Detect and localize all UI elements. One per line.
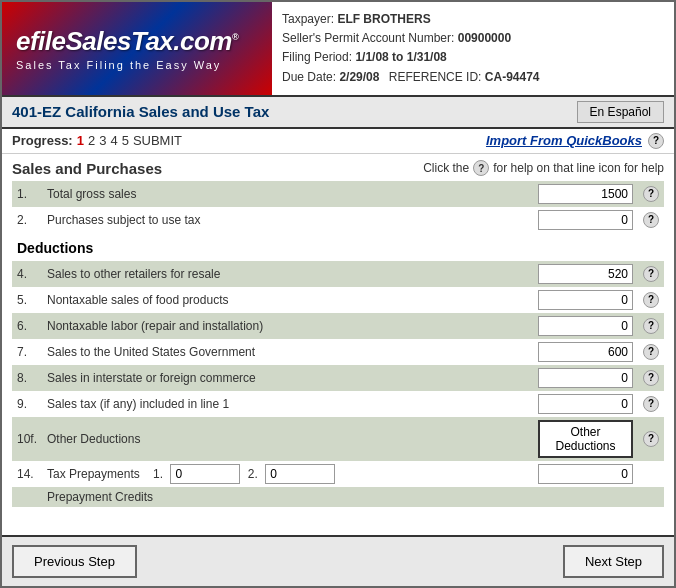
nontaxable-labor-input[interactable]: [538, 316, 633, 336]
row-4-help: ?: [638, 261, 664, 287]
row-6-help-icon[interactable]: ?: [643, 318, 659, 334]
form-table: 1. Total gross sales ? 2. Purchases subj…: [12, 181, 664, 507]
filing-line: Filing Period: 1/1/08 to 1/31/08: [282, 48, 664, 67]
row-9-label: Sales tax (if any) included in line 1: [42, 391, 533, 417]
row-10f-help-icon[interactable]: ?: [643, 431, 659, 447]
row-14-num: 14.: [12, 461, 42, 487]
nontaxable-food-input[interactable]: [538, 290, 633, 310]
table-row: 10f. Other Deductions Other Deductions ?: [12, 417, 664, 461]
progress-left: Progress: 1 2 3 4 5 SUBMIT: [12, 133, 182, 148]
row-5-num: 5.: [12, 287, 42, 313]
row-7-help-icon[interactable]: ?: [643, 344, 659, 360]
row-14-label: Tax Prepayments 1. 2.: [42, 461, 533, 487]
logo-sub: Sales Tax Filing the Easy Way: [16, 59, 258, 71]
sales-interstate-input[interactable]: [538, 368, 633, 388]
row-9-input-cell: [533, 391, 638, 417]
row-8-help: ?: [638, 365, 664, 391]
sales-title: Sales and Purchases: [12, 160, 162, 177]
taxpayer-info: Taxpayer: ELF BROTHERS Seller's Permit A…: [272, 2, 674, 95]
page-title: 401-EZ California Sales and Use Tax: [12, 103, 269, 120]
logo-area: efileSalesTax.com® Sales Tax Filing the …: [2, 2, 272, 95]
sub1-label: 1.: [153, 467, 163, 481]
row-10f-btn-cell: Other Deductions: [533, 417, 638, 461]
row-6-label: Nontaxable labor (repair and installatio…: [42, 313, 533, 339]
table-row: 9. Sales tax (if any) included in line 1…: [12, 391, 664, 417]
progress-label: Progress:: [12, 133, 73, 148]
table-row: 14. Tax Prepayments 1. 2.: [12, 461, 664, 487]
row-2-input-cell: [533, 207, 638, 233]
row-9-help-icon[interactable]: ?: [643, 396, 659, 412]
tax-prepay-2-input[interactable]: [265, 464, 335, 484]
ref-label: REFERENCE ID:: [389, 70, 482, 84]
row-4-input-cell: [533, 261, 638, 287]
row-14-total-cell: [533, 461, 638, 487]
row-6-input-cell: [533, 313, 638, 339]
row-8-num: 8.: [12, 365, 42, 391]
table-row: 5. Nontaxable sales of food products ?: [12, 287, 664, 313]
row-1-input-cell: [533, 181, 638, 207]
row-10f-num: 10f.: [12, 417, 42, 461]
row-2-label: Purchases subject to use tax: [42, 207, 533, 233]
tax-prepayments-text: Tax Prepayments: [47, 467, 140, 481]
table-row: 6. Nontaxable labor (repair and installa…: [12, 313, 664, 339]
deductions-header-cell: Deductions: [12, 233, 664, 261]
row-5-help-icon[interactable]: ?: [643, 292, 659, 308]
row-1-help: ?: [638, 181, 664, 207]
sales-us-govt-input[interactable]: [538, 342, 633, 362]
sales-section-header: Sales and Purchases Click the ? for help…: [12, 160, 664, 177]
row-4-label: Sales to other retailers for resale: [42, 261, 533, 287]
tax-prepay-1-input[interactable]: [170, 464, 240, 484]
ref-id: CA-94474: [485, 70, 540, 84]
main-container: efileSalesTax.com® Sales Tax Filing the …: [0, 0, 676, 588]
prepay-credits-label: Prepayment Credits: [42, 487, 664, 507]
progress-right: Import From QuickBooks ?: [486, 133, 664, 149]
deductions-header-row: Deductions: [12, 233, 664, 261]
row-4-num: 4.: [12, 261, 42, 287]
row-1-num: 1.: [12, 181, 42, 207]
row-4-help-icon[interactable]: ?: [643, 266, 659, 282]
previous-step-button[interactable]: Previous Step: [12, 545, 137, 578]
progress-bar: Progress: 1 2 3 4 5 SUBMIT Import From Q…: [2, 129, 674, 154]
filing-period: 1/1/08 to 1/31/08: [355, 50, 446, 64]
tax-prepay-total-input[interactable]: [538, 464, 633, 484]
other-deductions-button[interactable]: Other Deductions: [538, 420, 633, 458]
row-2-help-icon[interactable]: ?: [643, 212, 659, 228]
row-9-help: ?: [638, 391, 664, 417]
en-espanol-button[interactable]: En Español: [577, 101, 664, 123]
table-row: 8. Sales in interstate or foreign commer…: [12, 365, 664, 391]
purchases-subject-input[interactable]: [538, 210, 633, 230]
step-5[interactable]: 5: [122, 133, 129, 148]
step-submit[interactable]: SUBMIT: [133, 133, 182, 148]
help-icon-inline[interactable]: ?: [473, 160, 489, 176]
help-note-text2: for help on that line icon for help: [493, 161, 664, 175]
row-14-help: [638, 461, 664, 487]
due-label: Due Date:: [282, 70, 336, 84]
due-date: 2/29/08: [339, 70, 379, 84]
row-8-help-icon[interactable]: ?: [643, 370, 659, 386]
header: efileSalesTax.com® Sales Tax Filing the …: [2, 2, 674, 97]
help-note-text1: Click the: [423, 161, 469, 175]
import-quickbooks-link[interactable]: Import From QuickBooks: [486, 133, 642, 148]
row-1-label: Total gross sales: [42, 181, 533, 207]
row-1-help-icon[interactable]: ?: [643, 186, 659, 202]
step-1[interactable]: 1: [77, 133, 84, 148]
next-step-button[interactable]: Next Step: [563, 545, 664, 578]
taxpayer-label: Taxpayer:: [282, 12, 334, 26]
table-row: 4. Sales to other retailers for resale ?: [12, 261, 664, 287]
row-6-help: ?: [638, 313, 664, 339]
taxpayer-name: ELF BROTHERS: [337, 12, 430, 26]
step-3[interactable]: 3: [99, 133, 106, 148]
step-4[interactable]: 4: [110, 133, 117, 148]
help-icon[interactable]: ?: [648, 133, 664, 149]
row-8-input-cell: [533, 365, 638, 391]
taxpayer-line: Taxpayer: ELF BROTHERS: [282, 10, 664, 29]
table-row: 7. Sales to the United States Government…: [12, 339, 664, 365]
logo-brand: efileSalesTax.com: [16, 26, 232, 56]
table-row: 1. Total gross sales ?: [12, 181, 664, 207]
sales-other-retailers-input[interactable]: [538, 264, 633, 284]
total-gross-sales-input[interactable]: [538, 184, 633, 204]
sales-tax-line1-input[interactable]: [538, 394, 633, 414]
step-2[interactable]: 2: [88, 133, 95, 148]
prepay-credits-num: [12, 487, 42, 507]
footer: Previous Step Next Step: [2, 535, 674, 586]
